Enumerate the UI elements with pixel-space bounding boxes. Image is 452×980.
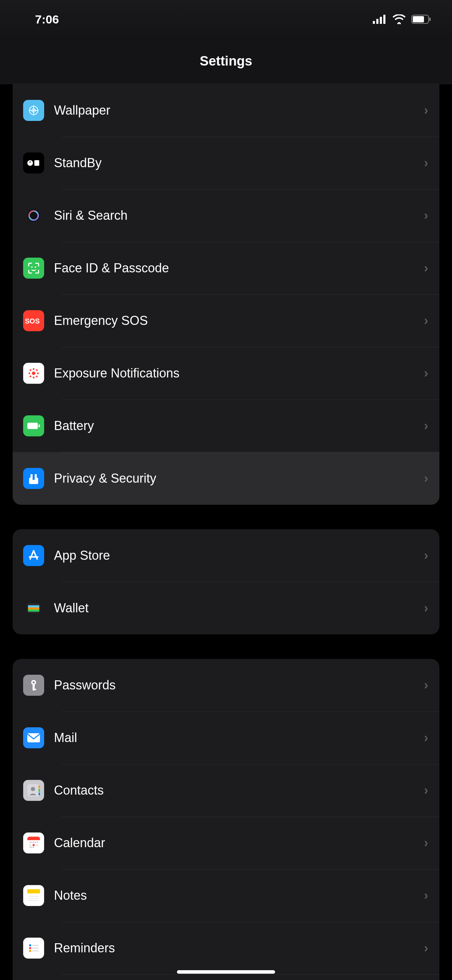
settings-row-notes[interactable]: Notes›	[13, 869, 439, 922]
settings-row-label: Calendar	[54, 835, 414, 850]
svg-point-23	[30, 370, 31, 371]
svg-point-58	[33, 847, 34, 848]
svg-point-57	[32, 847, 32, 848]
svg-point-21	[29, 373, 30, 374]
svg-rect-33	[28, 609, 39, 612]
settings-row-battery[interactable]: Battery›	[13, 399, 439, 452]
svg-rect-38	[33, 689, 36, 690]
notes-icon	[23, 885, 44, 906]
chevron-right-icon: ›	[424, 835, 428, 850]
nav-bar: Settings	[0, 38, 452, 84]
svg-rect-2	[380, 17, 382, 24]
svg-point-48	[33, 844, 35, 846]
svg-point-19	[33, 369, 34, 370]
chevron-right-icon: ›	[424, 366, 428, 381]
svg-rect-34	[28, 605, 39, 608]
settings-row-label: Siri & Search	[54, 208, 414, 223]
chevron-right-icon: ›	[424, 941, 428, 956]
svg-rect-47	[27, 839, 40, 840]
appstore-icon	[23, 545, 44, 566]
chevron-right-icon: ›	[424, 471, 428, 486]
page-title: Settings	[200, 54, 252, 69]
settings-row-passwords[interactable]: Passwords›	[13, 659, 439, 711]
svg-point-55	[37, 845, 38, 845]
svg-rect-5	[413, 16, 424, 22]
svg-point-20	[33, 377, 34, 378]
svg-point-49	[30, 842, 30, 843]
svg-point-52	[35, 842, 36, 843]
settings-row-standby[interactable]: StandBy›	[13, 137, 439, 189]
svg-point-15	[31, 266, 33, 268]
passwords-icon	[23, 675, 44, 696]
chevron-right-icon: ›	[424, 678, 428, 693]
svg-point-24	[37, 376, 38, 377]
svg-rect-44	[38, 792, 40, 795]
svg-point-16	[35, 266, 36, 268]
wallet-icon	[23, 598, 44, 619]
svg-rect-61	[27, 889, 40, 892]
settings-row-reminders[interactable]: Reminders›	[13, 922, 439, 974]
chevron-right-icon: ›	[424, 208, 428, 223]
settings-row-calendar[interactable]: Calendar›	[13, 817, 439, 869]
settings-row-label: Face ID & Passcode	[54, 261, 414, 275]
chevron-right-icon: ›	[424, 313, 428, 328]
svg-text:SOS: SOS	[25, 317, 40, 325]
chevron-right-icon: ›	[424, 783, 428, 798]
svg-rect-42	[38, 786, 40, 788]
status-bar: 7:06	[0, 0, 452, 38]
svg-rect-1	[376, 19, 379, 24]
svg-point-36	[33, 681, 35, 684]
wifi-icon	[392, 14, 406, 24]
svg-point-11	[27, 160, 33, 166]
siri-icon	[23, 205, 44, 226]
settings-row-label: Passwords	[54, 678, 414, 693]
settings-row-label: App Store	[54, 548, 414, 563]
settings-row-label: Reminders	[54, 941, 414, 956]
chevron-right-icon: ›	[424, 261, 428, 275]
status-time: 7:06	[35, 13, 59, 26]
battery-icon	[411, 15, 431, 24]
settings-row-sos[interactable]: SOSEmergency SOS›	[13, 294, 439, 347]
svg-point-26	[30, 376, 31, 377]
svg-rect-12	[34, 160, 39, 166]
mail-icon	[23, 727, 44, 748]
sos-icon: SOS	[23, 310, 44, 331]
svg-rect-43	[38, 789, 40, 792]
status-icons	[373, 14, 431, 24]
svg-point-56	[30, 847, 30, 848]
reminders-icon	[23, 938, 44, 959]
svg-rect-6	[429, 18, 431, 21]
svg-point-53	[37, 842, 38, 843]
svg-point-54	[30, 845, 30, 845]
settings-group-apps: Passwords›Mail›Contacts›Calendar›Notes›R…	[13, 659, 439, 980]
svg-point-50	[32, 842, 32, 843]
chevron-right-icon: ›	[424, 418, 428, 433]
settings-row-label: Notes	[54, 888, 414, 903]
svg-rect-3	[383, 15, 385, 24]
settings-row-label: Mail	[54, 730, 414, 745]
wallpaper-icon	[23, 100, 44, 121]
svg-rect-39	[27, 733, 40, 742]
settings-row-wallet[interactable]: Wallet›	[13, 582, 439, 635]
settings-row-faceid[interactable]: Face ID & Passcode›	[13, 242, 439, 294]
settings-row-contacts[interactable]: Contacts›	[13, 764, 439, 817]
chevron-right-icon: ›	[424, 156, 428, 170]
settings-list[interactable]: Wallpaper›StandBy›Siri & Search›Face ID …	[0, 84, 452, 980]
calendar-icon	[23, 832, 44, 853]
settings-row-freeform[interactable]: Freeform›	[13, 974, 439, 980]
contacts-icon	[23, 780, 44, 801]
faceid-icon	[23, 258, 44, 278]
settings-row-exposure[interactable]: Exposure Notifications›	[13, 347, 439, 399]
settings-row-mail[interactable]: Mail›	[13, 711, 439, 764]
settings-row-privacy[interactable]: Privacy & Security›	[13, 452, 439, 505]
chevron-right-icon: ›	[424, 888, 428, 903]
chevron-right-icon: ›	[424, 103, 428, 118]
settings-row-siri[interactable]: Siri & Search›	[13, 189, 439, 242]
settings-row-appstore[interactable]: App Store›	[13, 529, 439, 582]
settings-row-wallpaper[interactable]: Wallpaper›	[13, 84, 439, 137]
home-indicator[interactable]	[177, 970, 275, 974]
privacy-icon	[23, 468, 44, 489]
settings-row-label: Battery	[54, 418, 414, 433]
settings-group-system: Wallpaper›StandBy›Siri & Search›Face ID …	[13, 84, 439, 505]
svg-point-66	[29, 944, 31, 947]
